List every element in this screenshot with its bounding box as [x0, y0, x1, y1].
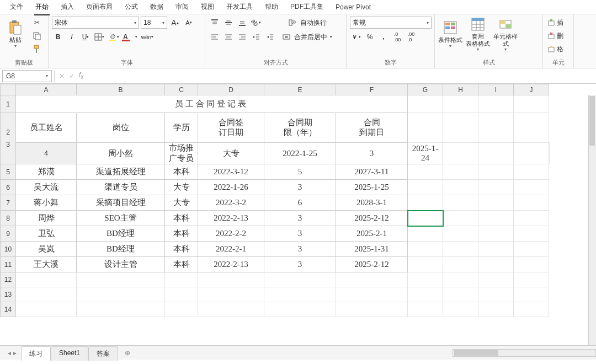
comma-button[interactable]: ,: [377, 31, 390, 43]
row-header-6[interactable]: 6: [1, 180, 16, 195]
cell-F4[interactable]: 2025-1-24: [408, 143, 443, 164]
menu-开始[interactable]: 开始: [30, 1, 54, 13]
menu-开发工具[interactable]: 开发工具: [221, 1, 258, 13]
increase-font-button[interactable]: A▴: [169, 17, 181, 29]
enter-icon[interactable]: ✓: [69, 72, 74, 80]
cell-G9[interactable]: [408, 226, 443, 242]
cell-D6[interactable]: 2022-1-26: [198, 180, 264, 195]
cell-B11[interactable]: 设计主管: [77, 257, 165, 272]
sheet-tab-练习[interactable]: 练习: [21, 346, 51, 361]
cell-F10[interactable]: 2025-1-31: [336, 242, 408, 257]
cell-H4[interactable]: [478, 143, 514, 164]
formula-input[interactable]: [88, 70, 592, 82]
cell-J7[interactable]: [514, 195, 549, 211]
cell-I9[interactable]: [478, 226, 514, 242]
cell-C6[interactable]: 大专: [165, 180, 198, 195]
cell-H11[interactable]: [443, 257, 478, 272]
horizontal-scrollbar[interactable]: [453, 349, 596, 357]
cell-A7[interactable]: 蒋小舞: [16, 195, 77, 211]
border-button[interactable]: ▾: [93, 31, 105, 43]
new-sheet-button[interactable]: ⊕: [121, 347, 134, 359]
cell-A4[interactable]: 周小然: [77, 143, 165, 164]
col-header-F[interactable]: F: [336, 84, 408, 95]
col-header-A[interactable]: A: [16, 84, 77, 95]
cell-J10[interactable]: [514, 242, 549, 257]
cell-G5[interactable]: [408, 164, 443, 180]
align-left-button[interactable]: [209, 31, 221, 43]
tab-next-icon[interactable]: ▸: [13, 349, 17, 357]
cell[interactable]: [408, 287, 443, 302]
cell-H10[interactable]: [443, 242, 478, 257]
row-header-7[interactable]: 7: [1, 195, 16, 211]
bold-button[interactable]: B: [52, 31, 64, 43]
cell-A5[interactable]: 郑漠: [16, 164, 77, 180]
cell-I10[interactable]: [478, 242, 514, 257]
cell-G7[interactable]: [408, 195, 443, 211]
cell-C11[interactable]: 本科: [165, 257, 198, 272]
col-header-I[interactable]: I: [478, 84, 514, 95]
vertical-scrollbar[interactable]: [588, 95, 596, 345]
cell-G4[interactable]: [443, 143, 478, 164]
column-header[interactable]: 合同签 订日期: [198, 113, 264, 143]
cell-J5[interactable]: [514, 164, 549, 180]
cell-E9[interactable]: 3: [264, 226, 336, 242]
cell-A11[interactable]: 王大溪: [16, 257, 77, 272]
copy-button[interactable]: [31, 30, 43, 42]
cell-A10[interactable]: 吴岚: [16, 242, 77, 257]
menu-审阅[interactable]: 审阅: [170, 1, 194, 13]
cell[interactable]: [478, 272, 514, 287]
row-header-4[interactable]: 4: [16, 143, 77, 164]
table-title[interactable]: 员工合同登记表: [16, 95, 408, 113]
col-header-D[interactable]: D: [198, 84, 264, 95]
paste-button[interactable]: 粘贴 ▾: [3, 17, 28, 52]
select-all-corner[interactable]: [1, 84, 16, 95]
menu-公式[interactable]: 公式: [119, 1, 143, 13]
cell-J9[interactable]: [514, 226, 549, 242]
format-painter-button[interactable]: [31, 43, 43, 55]
column-header[interactable]: 岗位: [77, 113, 165, 143]
conditional-format-button[interactable]: 条件格式▾: [438, 17, 462, 52]
menu-PDF工具集[interactable]: PDF工具集: [285, 1, 329, 13]
cell[interactable]: [16, 302, 77, 317]
cell[interactable]: [198, 287, 264, 302]
menu-插入[interactable]: 插入: [55, 1, 79, 13]
cell-E7[interactable]: 6: [264, 195, 336, 211]
row-header-11[interactable]: 11: [1, 257, 16, 272]
cell-A9[interactable]: 卫弘: [16, 226, 77, 242]
insert-cells-button[interactable]: 插: [546, 17, 565, 29]
row-header-14[interactable]: 14: [1, 302, 16, 317]
cell-D5[interactable]: 2022-3-12: [198, 164, 264, 180]
cell[interactable]: [443, 113, 478, 143]
cell-J8[interactable]: [514, 211, 549, 226]
cell[interactable]: [198, 302, 264, 317]
delete-cells-button[interactable]: 删: [546, 30, 565, 42]
cell-F11[interactable]: 2025-2-12: [336, 257, 408, 272]
cell[interactable]: [408, 302, 443, 317]
cell-E8[interactable]: 3: [264, 211, 336, 226]
row-header-8[interactable]: 8: [1, 211, 16, 226]
cell-C4[interactable]: 大专: [198, 143, 264, 164]
cell-I11[interactable]: [478, 257, 514, 272]
orientation-button[interactable]: ab▾: [250, 17, 262, 29]
merge-center-button[interactable]: 合并后居中 ▾: [279, 31, 336, 43]
cell[interactable]: [478, 95, 514, 113]
cell-J11[interactable]: [514, 257, 549, 272]
cell-F8[interactable]: 2025-2-12: [336, 211, 408, 226]
cell[interactable]: [77, 272, 165, 287]
cell-D7[interactable]: 2022-3-2: [198, 195, 264, 211]
cell-C9[interactable]: 本科: [165, 226, 198, 242]
cell[interactable]: [514, 272, 549, 287]
font-color-button[interactable]: A ▾: [122, 31, 139, 43]
cell-D11[interactable]: 2022-2-13: [198, 257, 264, 272]
cut-button[interactable]: ✂: [31, 17, 43, 29]
cell-D9[interactable]: 2022-2-2: [198, 226, 264, 242]
cell-H5[interactable]: [443, 164, 478, 180]
cell-D10[interactable]: 2022-2-1: [198, 242, 264, 257]
cell[interactable]: [478, 113, 514, 143]
align-top-button[interactable]: [209, 17, 221, 29]
cell-E6[interactable]: 3: [264, 180, 336, 195]
sheet-tab-答案[interactable]: 答案: [88, 346, 118, 361]
cell-C8[interactable]: 本科: [165, 211, 198, 226]
cell[interactable]: [336, 287, 408, 302]
align-bottom-button[interactable]: [236, 17, 248, 29]
